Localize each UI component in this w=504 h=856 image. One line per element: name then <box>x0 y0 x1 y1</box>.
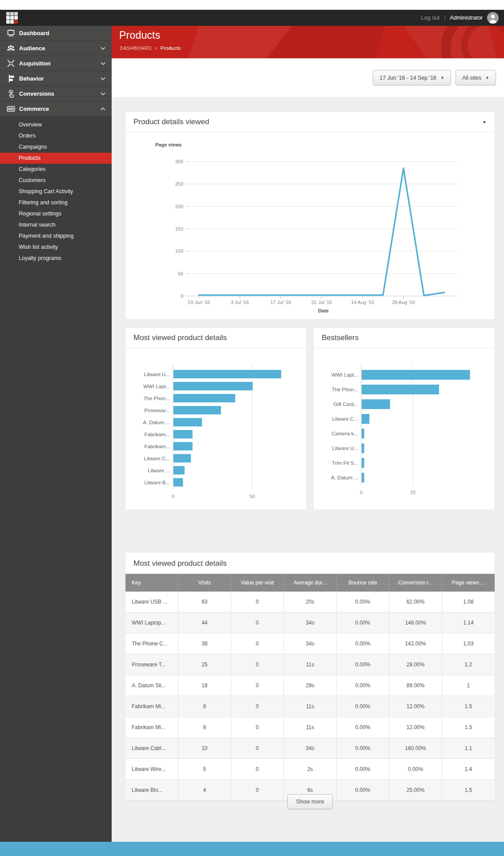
table-cell: 12.00% <box>389 696 442 717</box>
table-cell: 0 <box>231 717 284 738</box>
sidebar-item-audience[interactable]: Audience <box>0 41 112 56</box>
panel-title: Most viewed product details <box>133 333 227 342</box>
breadcrumb-separator: > <box>155 46 157 51</box>
table-cell: 0.00% <box>336 592 389 613</box>
svg-text:Date: Date <box>318 308 329 313</box>
svg-text:200: 200 <box>175 204 183 209</box>
svg-text:Litware ...: Litware ... <box>148 468 170 473</box>
table-cell: The Phone C... <box>125 633 178 654</box>
behavior-icon <box>6 74 15 83</box>
table-cell: 1.5 <box>442 717 495 738</box>
username-label: Administrator <box>450 15 483 21</box>
sidebar-subitem-campaigns[interactable]: Campaigns <box>0 142 112 153</box>
table-cell: 11s <box>284 696 337 717</box>
svg-text:28 Aug '16: 28 Aug '16 <box>392 300 415 305</box>
sidebar-subitem-categories[interactable]: Categories <box>0 164 112 175</box>
sidebar-item-conversions[interactable]: Conversions <box>0 86 112 101</box>
sidebar-subitem-loyalty-programs[interactable]: Loyalty programs <box>0 253 112 264</box>
commerce-submenu: OverviewOrdersCampaignsProductsCategorie… <box>0 117 112 266</box>
table-header-page-views[interactable]: Page views ... <box>442 574 495 592</box>
sidebar-subitem-payment-and-shipping[interactable]: Payment and shipping <box>0 231 112 242</box>
date-range-value: 17 Jun '16 - 14 Sep '16 <box>379 75 436 81</box>
table-cell: Proseware T... <box>125 654 178 675</box>
acquisition-icon <box>6 59 15 68</box>
app-logo-icon[interactable] <box>6 12 18 24</box>
sidebar-item-label: Commerce <box>19 105 49 112</box>
sidebar-subitem-wish-list-activity[interactable]: Wish list activity <box>0 242 112 253</box>
table-header-conversion-r[interactable]: Conversion r... <box>389 574 442 592</box>
sidebar-item-behavior[interactable]: Behavior <box>0 71 112 86</box>
audience-icon <box>6 44 15 53</box>
breadcrumb: DASHBOARD > Products <box>120 45 181 51</box>
svg-text:A. Datum ...: A. Datum ... <box>331 475 358 480</box>
sidebar-subitem-orders[interactable]: Orders <box>0 130 112 142</box>
chevron-down-icon <box>101 47 105 50</box>
table-cell: 0 <box>231 675 284 696</box>
table-cell: 1 <box>442 675 495 696</box>
header-ring-decoration <box>461 26 504 58</box>
sidebar-subitem-overview[interactable]: Overview <box>0 119 112 130</box>
table-cell: 25 <box>178 654 231 675</box>
table-cell: 0.00% <box>389 759 442 780</box>
table-cell: 0.00% <box>336 613 389 633</box>
svg-text:19 Jun '16: 19 Jun '16 <box>188 300 210 305</box>
most-viewed-bar-chart: Litware U...WWI Lapt...The Phon...Prosew… <box>125 349 306 510</box>
table-cell: WWI Laptop... <box>125 613 178 633</box>
breadcrumb-dashboard-link[interactable]: DASHBOARD <box>120 45 152 51</box>
table-cell: 0.00% <box>336 696 389 717</box>
table-cell: 8 <box>178 717 231 738</box>
table-row: Litware Wire...502s0.00%0.00%1.4 <box>125 759 495 780</box>
table-cell: 5 <box>178 759 231 780</box>
sidebar-item-acquisition[interactable]: Acquisition <box>0 56 112 71</box>
sidebar-item-label: Audience <box>19 45 45 52</box>
table-cell: 0 <box>231 738 284 759</box>
table-cell: 18 <box>178 675 231 696</box>
table-header-average-dur[interactable]: Average dur... <box>284 574 337 592</box>
svg-text:The Phon...: The Phon... <box>144 396 170 401</box>
table-header-bounce-rate[interactable]: Bounce rate <box>336 574 389 592</box>
table-header-key[interactable]: Key <box>125 574 178 592</box>
table-cell: 8 <box>178 696 231 717</box>
table-cell: 20s <box>284 592 337 613</box>
sidebar-item-dashboard[interactable]: Dashboard <box>0 26 112 41</box>
table-cell: 38 <box>178 633 231 654</box>
sidebar-subitem-regional-settings[interactable]: Regional settings <box>0 208 112 219</box>
chevron-down-icon: ▼ <box>485 76 489 80</box>
sidebar-subitem-products[interactable]: Products <box>0 153 112 164</box>
table-cell: Fabrikam Mi... <box>125 696 178 717</box>
table-row: WWI Laptop...44034s0.00%148.00%1.14 <box>125 613 495 633</box>
table-cell: Litware USB ... <box>125 592 178 613</box>
table-cell: 0.00% <box>336 717 389 738</box>
sidebar-subitem-shopping-cart-activity[interactable]: Shopping Cart Activity <box>0 186 112 197</box>
sidebar-subitem-customers[interactable]: Customers <box>0 175 112 186</box>
filter-toolbar: 17 Jun '16 - 14 Sep '16 ▼ All sites ▼ <box>112 58 504 97</box>
svg-text:Gift Card...: Gift Card... <box>333 402 358 407</box>
table-header-visits[interactable]: Visits <box>178 574 231 592</box>
svg-text:250: 250 <box>175 181 183 187</box>
user-avatar[interactable] <box>487 12 499 24</box>
breadcrumb-current: Products <box>161 45 181 51</box>
most-viewed-table-panel: Most viewed product details KeyVisitsVal… <box>125 552 495 801</box>
site-dropdown[interactable]: All sites ▼ <box>456 70 496 85</box>
sidebar-subitem-internal-search[interactable]: Internal search <box>0 219 112 231</box>
table-cell: 44 <box>178 613 231 633</box>
svg-text:3 Jul '16: 3 Jul '16 <box>231 300 249 305</box>
table-cell: 29s <box>284 675 337 696</box>
svg-text:0: 0 <box>360 490 363 495</box>
table-row: A. Datum Sli...18029s0.00%89.00%1 <box>125 675 495 696</box>
table-cell: 1.08 <box>442 592 495 613</box>
collapse-chevron-icon[interactable]: ▼ <box>482 120 487 125</box>
top-bar: Log out | Administrator <box>0 10 504 26</box>
show-more-button[interactable]: Show more <box>287 794 332 809</box>
logout-link[interactable]: Log out <box>421 15 440 21</box>
chevron-down-icon <box>101 62 105 65</box>
chevron-up-icon <box>101 107 105 111</box>
chevron-down-icon: ▼ <box>440 76 444 80</box>
svg-text:Fabrikam...: Fabrikam... <box>144 432 170 437</box>
table-header-value-per-visit[interactable]: Value per visit <box>231 574 284 592</box>
table-cell: 1.5 <box>442 696 495 717</box>
sidebar-item-commerce[interactable]: Commerce <box>0 101 112 117</box>
table-cell: 34s <box>284 613 337 633</box>
date-range-dropdown[interactable]: 17 Jun '16 - 14 Sep '16 ▼ <box>373 70 451 85</box>
sidebar-subitem-filtering-and-sorting[interactable]: Filtering and sorting <box>0 197 112 208</box>
